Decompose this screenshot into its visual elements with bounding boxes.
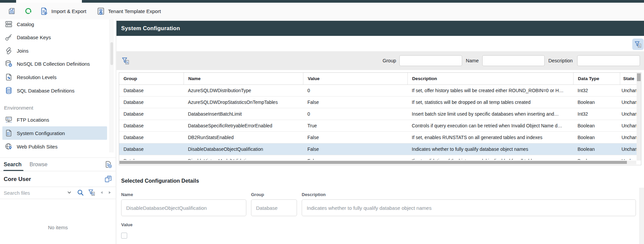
sidebar-item-web-publish-sites[interactable]: Web Publish Sites [0, 140, 109, 153]
import-export-button[interactable]: Import & Export [40, 5, 86, 17]
search-button[interactable] [77, 189, 84, 196]
details-value-label: Value [121, 222, 133, 227]
tenant-template-export-button[interactable]: Tenant Template Export [97, 5, 161, 17]
joins-icon [5, 47, 13, 55]
cell-name: DisableDatabaseObjectQualification [184, 143, 303, 155]
sidebar-item-label: Catalog [17, 21, 34, 27]
column-header-group[interactable]: Group [119, 73, 184, 84]
configuration-table: GroupNameValueDescriptionData TypeState … [119, 72, 641, 165]
document-add-icon [104, 161, 112, 169]
table-vertical-scrollbar-thumb[interactable] [637, 73, 641, 81]
save-button[interactable] [8, 7, 15, 15]
table-row-DisableHistoryModelValidation[interactable]: DatabaseDisableHistoryModelValidationFal… [119, 155, 641, 160]
table-row-DatabaseInsertBatchLimit[interactable]: DatabaseDatabaseInsertBatchLimit0Insert … [119, 108, 641, 120]
window-tab-strip [0, 0, 644, 3]
details-value-checkbox[interactable] [121, 233, 127, 239]
active-window-tab[interactable] [16, 0, 82, 3]
table-horizontal-scrollbar[interactable] [119, 161, 636, 164]
cell-value: False [303, 97, 407, 108]
table-row-AzureSQLDWDistributionType[interactable]: DatabaseAzureSQLDWDistributionType0If se… [119, 85, 641, 97]
cell-value: False [303, 155, 407, 160]
copy-document-button[interactable] [104, 175, 112, 183]
next-result-button[interactable] [107, 190, 112, 195]
table-row-DatabaseSpecificRetryableErrorEnabled[interactable]: DatabaseDatabaseSpecificRetryableErrorEn… [119, 120, 641, 132]
filter-toggle-button[interactable] [632, 39, 644, 50]
details-name-input[interactable] [121, 199, 246, 216]
filter-description-input[interactable] [577, 55, 640, 66]
search-filter-button[interactable] [88, 189, 95, 196]
system-configuration-icon [5, 129, 13, 137]
column-header-data-type[interactable]: Data Type [573, 73, 620, 84]
details-description-input[interactable] [302, 199, 636, 216]
table-vertical-scrollbar[interactable] [637, 73, 641, 161]
web-publish-sites-icon [5, 142, 13, 150]
column-header-name[interactable]: Name [184, 73, 303, 84]
filter-name-label: Name [466, 51, 479, 70]
details-group-input[interactable] [251, 199, 297, 216]
table-header-row: GroupNameValueDescriptionData TypeState [119, 73, 641, 85]
cell-value: False [303, 132, 407, 143]
page-header: System Configuration [116, 21, 644, 36]
sidebar-item-catalog[interactable]: Catalog [0, 17, 109, 31]
sidebar-scrollbar[interactable] [109, 19, 113, 152]
ftp-locations-icon [5, 116, 13, 124]
search-row-divider [0, 199, 116, 199]
details-group-label: Group [251, 192, 264, 197]
cell-data_type: Boolean [573, 132, 620, 143]
sidebar-item-resolution-levels[interactable]: Resolution Levels [0, 70, 109, 84]
cell-group: Database [119, 85, 184, 96]
previous-result-button[interactable] [100, 190, 104, 195]
new-search-button[interactable] [104, 161, 112, 169]
sidebar-item-system-configuration[interactable]: System Configuration [2, 126, 107, 140]
sidebar-item-label: Joins [17, 48, 29, 54]
tab-search[interactable]: Search [4, 162, 21, 168]
filter-icon [88, 189, 95, 196]
details-scrollbar[interactable] [639, 188, 644, 244]
table-horizontal-scrollbar-thumb[interactable] [119, 161, 627, 164]
tab-browse[interactable]: Browse [30, 162, 47, 168]
refresh-button[interactable] [24, 7, 32, 15]
cell-group: Database [119, 108, 184, 120]
search-files-input[interactable]: Search files [4, 190, 30, 196]
joins-icon [5, 47, 13, 55]
sidebar-item-sql-database-definitions[interactable]: SQL Database Definitions [0, 84, 109, 97]
sidebar-item-label: Resolution Levels [17, 74, 56, 80]
filter-group-input[interactable] [399, 55, 462, 66]
table-row-DB2RunStatsEnabled[interactable]: DatabaseDB2RunStatsEnabledFalseIf set, e… [119, 132, 641, 143]
column-header-description[interactable]: Description [407, 73, 573, 84]
cell-description: If set, validation of the history model … [407, 155, 573, 160]
sidebar-item-database-keys[interactable]: Database Keys [0, 30, 109, 44]
tabs-divider [0, 171, 116, 171]
cell-group: Database [119, 143, 184, 155]
cell-data_type: Boolean [573, 155, 620, 160]
save-icon [8, 7, 15, 15]
catalog-icon [5, 20, 13, 28]
table-row-DisableDatabaseObjectQualification[interactable]: DatabaseDisableDatabaseObjectQualificati… [119, 143, 641, 155]
filter-group-label: Group [383, 51, 396, 70]
cell-description: If set, enables RUNSTATS on all generate… [407, 132, 573, 143]
sidebar-item-nosql-db-collection-definitions[interactable]: NoSQL DB Collection Definitions [0, 57, 109, 70]
cell-name: DatabaseInsertBatchLimit [184, 108, 303, 120]
filter-bar-button[interactable] [121, 57, 130, 65]
import-export-icon [40, 7, 48, 15]
filter-name-input[interactable] [482, 55, 545, 66]
sidebar-divider [0, 158, 116, 158]
sidebar-item-joins[interactable]: Joins [0, 44, 109, 57]
cell-data_type: Boolean [573, 143, 620, 155]
nosql-db-icon [5, 60, 13, 68]
cell-data_type: Int32 [573, 108, 620, 120]
search-icon [77, 189, 84, 196]
table-row-AzureSQLDWDropStatisticsOnTempTables[interactable]: DatabaseAzureSQLDWDropStatisticsOnTempTa… [119, 97, 641, 108]
cell-name: DisableHistoryModelValidation [184, 155, 303, 160]
sidebar-item-label: SQL Database Definitions [17, 88, 75, 94]
sidebar-item-ftp-locations[interactable]: FTP Locations [0, 113, 109, 126]
sidebar-scrollbar-thumb[interactable] [110, 42, 113, 65]
empty-state-message: No items [0, 225, 116, 230]
cell-group: Database [119, 97, 184, 108]
sidebar: CatalogDatabase KeysJoinsNoSQL DB Collec… [0, 19, 116, 244]
column-header-value[interactable]: Value [303, 73, 407, 84]
search-options-dropdown[interactable] [67, 190, 72, 195]
database-keys-icon [5, 33, 13, 41]
cell-description: Controls if query execution can be retri… [407, 120, 573, 131]
import-export-label: Import & Export [51, 8, 86, 14]
